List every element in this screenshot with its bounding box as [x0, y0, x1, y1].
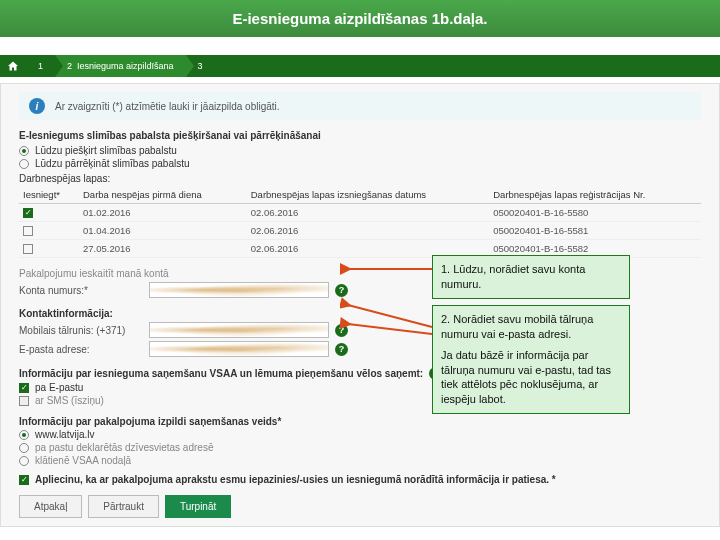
- phone-input[interactable]: [149, 322, 329, 338]
- dnl-label: Darbnespējas lapas:: [19, 173, 701, 184]
- back-button[interactable]: Atpakaļ: [19, 495, 82, 518]
- email-input[interactable]: [149, 341, 329, 357]
- radio-icon: [19, 159, 29, 169]
- cancel-button[interactable]: Pārtraukt: [88, 495, 159, 518]
- response-section: Informāciju par pakalpojuma izpildi saņe…: [19, 416, 701, 427]
- checkbox-icon: [19, 475, 29, 485]
- row-checkbox[interactable]: [23, 208, 33, 218]
- confirm-row[interactable]: Apliecinu, ka ar pakalpojuma aprakstu es…: [19, 474, 701, 485]
- radio-recalc[interactable]: Lūdzu pārrēķināt slimības pabalstu: [19, 158, 701, 169]
- checkbox-icon: [19, 383, 29, 393]
- next-button[interactable]: Turpināt: [165, 495, 231, 518]
- info-icon: i: [29, 98, 45, 114]
- row-checkbox[interactable]: [23, 244, 33, 254]
- account-input[interactable]: [149, 282, 329, 298]
- callout-2: 2. Norādiet savu mobilā tālruņa numuru v…: [432, 305, 630, 414]
- resp-post[interactable]: pa pastu deklarētās dzīvesvietas adresē: [19, 442, 701, 453]
- help-icon[interactable]: ?: [335, 284, 348, 297]
- help-icon[interactable]: ?: [335, 343, 348, 356]
- breadcrumb: 1 12 Iesnieguma aizpildīšana 3: [0, 55, 720, 77]
- breadcrumb-step-2[interactable]: 12 Iesnieguma aizpildīšana: [55, 55, 186, 77]
- table-row: 01.04.201602.06.2016050020401-B-16-5581: [19, 222, 701, 240]
- incapacity-table: Iesniegt* Darba nespējas pirmā diena Dar…: [19, 186, 701, 258]
- email-label: E-pasta adrese:: [19, 344, 149, 355]
- slide-title: E-iesnieguma aizpildīšanas 1b.daļa.: [0, 0, 720, 37]
- checkbox-icon: [19, 396, 29, 406]
- radio-grant[interactable]: Lūdzu piešķirt slimības pabalstu: [19, 145, 701, 156]
- account-label: Konta numurs:*: [19, 285, 149, 296]
- info-banner: i Ar zvaigznīti (*) atzīmētie lauki ir j…: [19, 92, 701, 120]
- resp-latvija[interactable]: www.latvija.lv: [19, 429, 701, 440]
- radio-icon: [19, 456, 29, 466]
- home-icon[interactable]: [0, 60, 26, 72]
- form-title: E-Iesniegums slimības pabalsta piešķirša…: [19, 130, 701, 141]
- resp-klatiene[interactable]: klātienē VSAA nodaļā: [19, 455, 701, 466]
- phone-label: Mobilais tālrunis: (+371): [19, 325, 149, 336]
- radio-icon: [19, 146, 29, 156]
- breadcrumb-step-1[interactable]: 1: [26, 55, 55, 77]
- radio-icon: [19, 430, 29, 440]
- table-row: 01.02.201602.06.2016050020401-B-16-5580: [19, 204, 701, 222]
- radio-icon: [19, 443, 29, 453]
- row-checkbox[interactable]: [23, 226, 33, 236]
- callout-1: 1. Lūdzu, norādiet savu konta numuru.: [432, 255, 630, 299]
- help-icon[interactable]: ?: [335, 324, 348, 337]
